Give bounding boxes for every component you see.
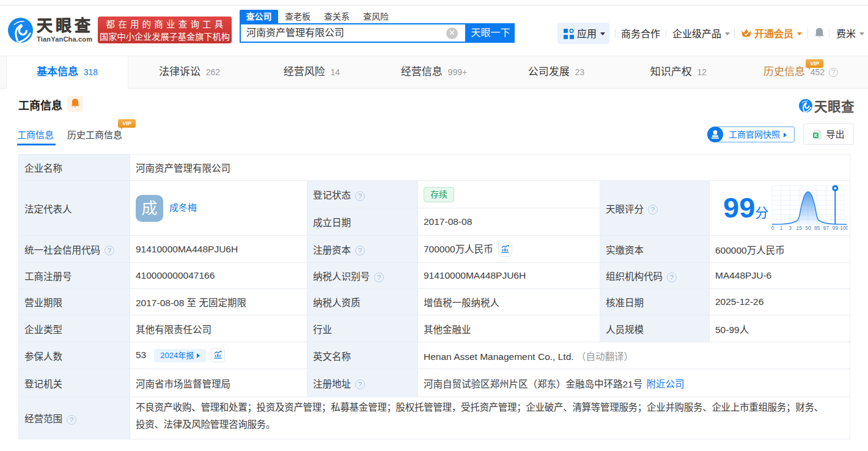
svg-text:97: 97 — [823, 225, 829, 231]
svg-text:1: 1 — [780, 225, 783, 231]
svg-text:100: 100 — [840, 225, 848, 231]
svg-text:50: 50 — [805, 225, 811, 231]
svg-text:0: 0 — [771, 225, 774, 231]
svg-text:85: 85 — [814, 225, 820, 231]
svg-text:15: 15 — [796, 225, 803, 231]
svg-text:3: 3 — [789, 225, 792, 231]
svg-text:99: 99 — [833, 225, 839, 231]
